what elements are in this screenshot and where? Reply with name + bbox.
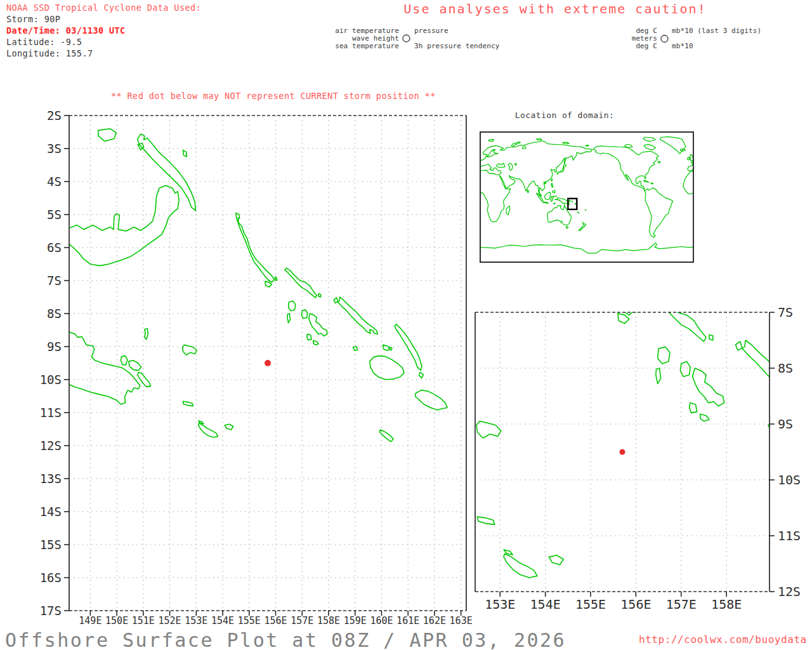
coastline-luzon bbox=[551, 183, 553, 187]
coastline-png-mainland bbox=[283, 399, 404, 522]
x-axis-label: 160E bbox=[370, 615, 393, 627]
coastline-russell-islands bbox=[353, 347, 358, 350]
y-axis-label: 9S bbox=[778, 416, 793, 432]
coastline-tetepare bbox=[313, 341, 318, 345]
coastline-malaita-small bbox=[575, 203, 576, 204]
x-axis-label: 154E bbox=[211, 615, 234, 627]
plot-title: Offshore Surface Plot at 08Z / APR 03, 2… bbox=[5, 629, 566, 650]
legend-pressure-label: pressure bbox=[414, 27, 449, 35]
coastline-misima bbox=[478, 517, 495, 524]
coastline-new-siberian bbox=[563, 142, 569, 143]
coastline-new-hanover bbox=[98, 129, 116, 142]
coastline-malaita bbox=[395, 324, 422, 371]
coastline-vella-lavella bbox=[289, 301, 296, 311]
coastline-taiwan bbox=[551, 179, 553, 182]
x-axis-label: 153E bbox=[485, 597, 515, 612]
coastline-misima bbox=[183, 401, 193, 406]
coastline-guadalcanal bbox=[370, 356, 404, 380]
coastline-black-sea bbox=[497, 163, 505, 168]
y-axis-label: 16S bbox=[40, 571, 62, 585]
coastline-svalbard bbox=[488, 140, 494, 142]
coastline-sakhalin bbox=[564, 158, 566, 164]
coastline-wagina bbox=[318, 294, 320, 297]
coastline-fauro bbox=[275, 277, 277, 281]
coastline-ellesmere bbox=[643, 137, 656, 142]
x-axis-label: 155E bbox=[575, 597, 606, 612]
x-axis-label: 157E bbox=[291, 615, 313, 627]
x-axis-label: 162E bbox=[423, 615, 446, 627]
y-axis-label: 4S bbox=[47, 175, 62, 189]
coastline-tagula bbox=[504, 554, 537, 578]
y-axis-label: 14S bbox=[40, 505, 62, 519]
coastline-madagascar bbox=[506, 206, 510, 215]
coastline-west-africa bbox=[683, 171, 693, 194]
coastline-santa-isabel bbox=[334, 297, 377, 334]
coastline-cuba bbox=[644, 180, 649, 182]
y-axis-label: 12S bbox=[778, 584, 801, 599]
coastline-normanby bbox=[400, 468, 422, 493]
coastline-rossel bbox=[225, 424, 233, 430]
locator-title: Location of domain: bbox=[515, 110, 614, 120]
x-axis-label: 151E bbox=[132, 615, 155, 627]
coastline-fiji bbox=[586, 209, 586, 210]
coastline-mindanao bbox=[553, 190, 555, 193]
coastline-bougainville bbox=[236, 213, 275, 282]
storm-position-warning: ** Red dot below may NOT represent CURRE… bbox=[111, 91, 436, 101]
coastline-borneo bbox=[545, 192, 551, 200]
coastline-hispaniola bbox=[651, 183, 653, 184]
x-axis-label: 158E bbox=[317, 615, 340, 627]
buoy-surface-plot-page: 149E150E151E152E153E154E155E156E157E158E… bbox=[0, 0, 812, 650]
coastline-tasmania bbox=[566, 227, 568, 229]
coastline-nz-south bbox=[579, 227, 583, 231]
coastline-trobriand bbox=[145, 328, 148, 339]
x-axis-label: 156E bbox=[264, 615, 287, 627]
units-model-circle-icon bbox=[661, 36, 668, 43]
x-axis-label: 161E bbox=[396, 615, 419, 627]
x-axis-label: 154E bbox=[530, 597, 561, 612]
coastline-new-hanover bbox=[332, 55, 363, 76]
y-axis-label: 7S bbox=[778, 305, 793, 320]
coastline-newfoundland bbox=[658, 161, 660, 163]
coastline-iberia-france bbox=[688, 161, 693, 171]
y-axis-label: 8S bbox=[778, 361, 793, 376]
coastline-bougainville-small bbox=[572, 201, 572, 202]
x-axis-label: 156E bbox=[620, 597, 651, 612]
coastline-fergusson bbox=[384, 448, 406, 464]
coastline-kolombangara bbox=[680, 361, 690, 376]
storm-position-dot bbox=[620, 449, 625, 455]
x-axis-label: 163E bbox=[450, 615, 473, 627]
coastline-new-ireland bbox=[138, 134, 196, 211]
x-axis-label: 152E bbox=[159, 615, 181, 627]
coastline-baffin bbox=[644, 144, 655, 150]
coastline-png-mainland bbox=[69, 332, 140, 404]
coastline-maramasike bbox=[419, 373, 424, 378]
coastline-java bbox=[543, 202, 548, 203]
coastline-florida-islands bbox=[383, 345, 390, 350]
coastline-new-georgia bbox=[309, 314, 327, 336]
coastline-goodenough bbox=[371, 440, 383, 455]
legend-sea-temperature-label: sea temperature bbox=[335, 42, 399, 50]
coastline-fergusson bbox=[129, 361, 141, 371]
coastline-tagula bbox=[199, 423, 218, 437]
coastline-ranongga bbox=[287, 314, 291, 323]
coastline-new-georgia bbox=[693, 368, 724, 406]
y-axis-label: 9S bbox=[47, 340, 62, 354]
y-axis-label: 8S bbox=[47, 307, 62, 321]
coastline-hainan bbox=[545, 183, 546, 184]
y-axis-label: 5S bbox=[47, 208, 62, 222]
coastline-lihir bbox=[183, 150, 187, 157]
coastline-woodlark bbox=[183, 345, 197, 355]
coastline-florida-east bbox=[390, 347, 392, 350]
legend-tendency-label: 3h pressure tendency bbox=[414, 42, 500, 50]
y-axis-label: 11S bbox=[40, 406, 62, 420]
y-axis-label: 2S bbox=[47, 109, 62, 123]
coastline-new-ireland bbox=[400, 64, 499, 194]
y-axis-label: 15S bbox=[40, 538, 62, 552]
legend-tendency-units: mb*10 bbox=[672, 42, 693, 50]
x-axis-label: 157E bbox=[666, 597, 697, 612]
coastline-trobriand bbox=[412, 394, 417, 412]
coastline-new-caledonia bbox=[577, 212, 579, 213]
main-map: 149E150E151E152E153E154E155E156E157E158E… bbox=[40, 109, 473, 627]
coastline-makira bbox=[416, 390, 447, 410]
y-axis-label: 3S bbox=[47, 142, 62, 156]
